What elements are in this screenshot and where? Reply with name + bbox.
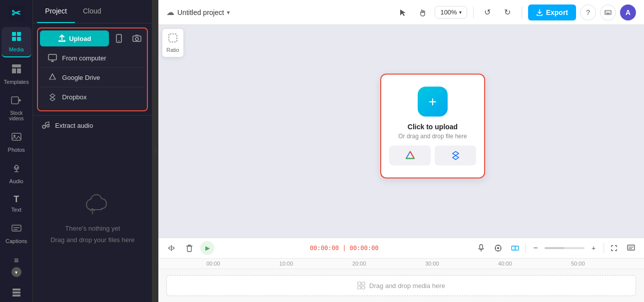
svg-rect-5 [17, 37, 21, 41]
svg-rect-51 [628, 245, 635, 250]
svg-rect-20 [12, 292, 20, 294]
export-btn[interactable]: Export [528, 4, 576, 20]
timeline-split-btn[interactable] [164, 241, 178, 255]
google-drive-option[interactable]: Google Drive [40, 67, 145, 87]
svg-point-29 [47, 125, 49, 127]
divider [473, 6, 474, 18]
subtitle-btn[interactable] [624, 241, 638, 255]
extra-icon [11, 287, 22, 301]
tl-divider [525, 243, 526, 253]
zoom-slider: − + [529, 241, 601, 255]
user-avatar[interactable]: A [620, 4, 636, 20]
undo-btn[interactable]: ↺ [480, 4, 496, 20]
sidebar: ✂ Media Templates [0, 0, 33, 302]
sidebar-item-text[interactable]: T Text [1, 190, 31, 217]
canvas-upload-card: + Click to upload Or drag and drop file … [380, 74, 485, 179]
svg-point-26 [135, 37, 138, 40]
effects-btn[interactable] [491, 241, 505, 255]
camera-upload-icon[interactable] [129, 30, 145, 46]
track-drop-zone[interactable]: Drag and drop media here [166, 275, 636, 296]
divider2 [522, 6, 522, 18]
topbar: ☁ Untitled project ▾ 100% ▾ ↺ ↻ [158, 0, 644, 25]
text-icon: T [13, 194, 19, 205]
zoom-control[interactable]: 100% ▾ [435, 6, 467, 18]
timeline-delete-btn[interactable] [182, 241, 196, 255]
sidebar-item-media[interactable]: Media [1, 27, 31, 57]
empty-sub: Drag and drop your files here [50, 236, 134, 244]
canvas-gdrive-btn[interactable] [389, 146, 431, 166]
sidebar-item-media-label: Media [9, 46, 24, 52]
sidebar-item-templates-label: Templates [4, 79, 29, 85]
cursor-tool-btn[interactable] [395, 4, 411, 20]
sidebar-item-captions-label: Captions [5, 238, 27, 244]
svg-rect-30 [605, 10, 611, 14]
tab-project[interactable]: Project [37, 0, 75, 23]
empty-state: There's nothing yet Drag and drop your f… [33, 135, 152, 302]
empty-title: There's nothing yet [65, 225, 120, 232]
svg-rect-16 [12, 225, 21, 231]
sidebar-item-photos[interactable]: Photos [1, 127, 31, 157]
sidebar-item-more[interactable]: ≡ ▾ [1, 252, 31, 281]
svg-rect-8 [17, 68, 21, 73]
mic-btn[interactable] [474, 241, 488, 255]
zoom-in-btn[interactable]: + [587, 241, 601, 255]
split-active-btn[interactable] [508, 241, 522, 255]
timeline-controls: ▶ 00:00:00 | 00:00:00 [158, 238, 644, 259]
timeline-track: Drag and drop media here [158, 269, 644, 302]
svg-rect-3 [17, 32, 21, 36]
audio-icon [11, 163, 22, 176]
keyboard-btn[interactable] [600, 4, 616, 20]
main-area: ☁ Untitled project ▾ 100% ▾ ↺ ↻ [158, 0, 644, 302]
from-computer-option[interactable]: From computer [40, 48, 145, 67]
sidebar-item-stock-videos[interactable]: Stockvideos [1, 91, 31, 125]
sidebar-item-captions[interactable]: Captions [1, 219, 31, 248]
extract-audio-option[interactable]: Extract audio [33, 115, 152, 135]
panel-tabs: Project Cloud [33, 0, 152, 23]
photos-icon [11, 131, 22, 145]
canvas-add-btn[interactable]: + [418, 87, 448, 117]
sidebar-item-stock-videos-label: Stockvideos [9, 110, 23, 121]
canvas-upload-title: Click to upload [408, 123, 458, 131]
more-badge: ▾ [11, 267, 21, 277]
templates-icon [11, 63, 22, 77]
more-icon: ≡ [14, 256, 18, 265]
fullscreen-btn[interactable] [607, 241, 621, 255]
cloud-icon: ☁ [166, 7, 174, 17]
timeline-play-btn[interactable]: ▶ [200, 241, 214, 255]
hand-tool-btn[interactable] [415, 4, 431, 20]
tl-divider2 [604, 243, 604, 253]
ruler-mark-5: 50:00 [571, 261, 644, 267]
stock-videos-icon [11, 95, 22, 108]
canvas-dropbox-btn[interactable] [435, 146, 476, 166]
svg-rect-19 [12, 289, 20, 291]
zoom-track[interactable] [545, 247, 585, 249]
app-logo[interactable]: ✂ [6, 5, 26, 21]
extract-audio-icon [41, 121, 50, 130]
timeline-right-controls: − + [474, 241, 638, 255]
sidebar-item-extra[interactable] [1, 283, 31, 302]
svg-rect-54 [358, 282, 361, 285]
dropbox-icon [48, 92, 57, 101]
svg-text:✂: ✂ [11, 7, 21, 19]
upload-cloud-icon [77, 194, 107, 221]
dropbox-option[interactable]: Dropbox [40, 87, 145, 106]
svg-point-13 [15, 165, 18, 168]
project-name[interactable]: ☁ Untitled project ▾ [166, 7, 230, 17]
svg-rect-11 [12, 133, 21, 140]
sidebar-item-templates[interactable]: Templates [1, 59, 31, 89]
ratio-button[interactable]: Ratio [162, 29, 183, 57]
timeline-ruler: 00:00 10:00 20:00 30:00 40:00 50:00 [158, 259, 644, 269]
tab-cloud[interactable]: Cloud [75, 0, 109, 23]
phone-upload-icon[interactable] [111, 30, 127, 46]
help-btn[interactable]: ? [580, 4, 596, 20]
redo-btn[interactable]: ↻ [500, 4, 516, 20]
ruler-mark-4: 40:00 [498, 261, 571, 267]
sidebar-item-audio[interactable]: Audio [1, 159, 31, 188]
upload-button[interactable]: Upload [40, 30, 109, 46]
grid-icon [357, 282, 365, 290]
panel-resize-handle[interactable]: ⋮ [152, 0, 158, 302]
svg-rect-7 [12, 68, 16, 73]
ruler-mark-1: 10:00 [279, 261, 352, 267]
svg-line-38 [168, 248, 170, 250]
zoom-out-btn[interactable]: − [529, 241, 543, 255]
